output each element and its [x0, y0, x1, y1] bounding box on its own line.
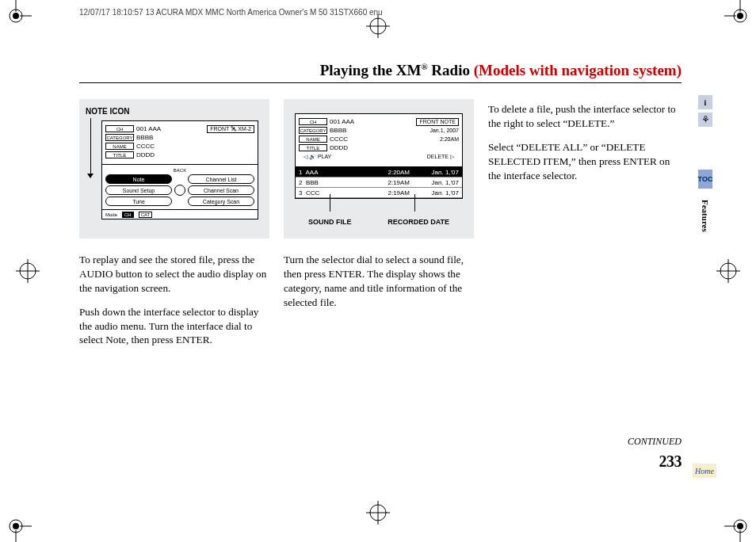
svg-point-3: [13, 13, 19, 19]
nav-screen-mock-1: CH 001 AAA FRONT 🛰 XM-2 CATEGORYBBBB NAM…: [101, 120, 258, 219]
sound-file-label: SOUND FILE: [308, 218, 352, 226]
col1-p1: To replay and see the stored file, press…: [79, 253, 269, 295]
title-before: Playing the XM: [320, 62, 422, 78]
car-tab[interactable]: ⚘: [698, 113, 712, 127]
page-title: Playing the XM® Radio (Models with navig…: [79, 62, 682, 82]
features-tab[interactable]: Features: [698, 192, 712, 239]
menu-category-scan: Category Scan: [188, 197, 254, 206]
cat-tag: CATEGORY: [299, 127, 327, 134]
col3-p1: To delete a file, push the interface sel…: [488, 102, 678, 131]
ch-value: 001 AAA: [330, 118, 354, 125]
list-item: 1 AAA2:20AMJan. 1,'07: [296, 167, 462, 177]
recorded-date-label: RECORDED DATE: [388, 218, 449, 226]
play-label: PLAY: [318, 154, 331, 159]
ch-tag: CH: [105, 125, 134, 132]
back-label: BACK: [105, 168, 254, 173]
home-tab[interactable]: Home: [693, 464, 716, 478]
name-tag: NAME: [105, 143, 134, 150]
front-note-badge: FRONT NOTE: [416, 118, 459, 126]
knob-icon: [174, 185, 185, 196]
title-sup: ®: [421, 62, 427, 71]
svg-point-11: [13, 523, 19, 529]
list-item: 3 CCC2:19AMJan. 1,'07: [296, 188, 462, 198]
file-list: 1 AAA2:20AMJan. 1,'07 2 BBB2:19AMJan. 1,…: [296, 166, 462, 198]
title-tag: TITLE: [105, 151, 134, 158]
nav-screen-mock-2: CH 001 AAA FRONT NOTE CATEGORYBBBB Jan.1…: [295, 113, 463, 199]
registration-mark-icon: [16, 259, 40, 283]
title-tag: TITLE: [299, 144, 327, 151]
info-tab[interactable]: i: [698, 95, 712, 109]
figure-2: CH 001 AAA FRONT NOTE CATEGORYBBBB Jan.1…: [284, 99, 474, 239]
ch-btn: CH: [122, 212, 134, 218]
callout-line: [330, 194, 330, 212]
cat-btn: CAT: [139, 212, 153, 218]
ch-value: 001 AAA: [136, 125, 161, 132]
side-tabs: i ⚘ TOC Features Home: [698, 95, 712, 239]
menu-sound-setup: Sound Setup: [105, 185, 172, 195]
svg-point-7: [737, 13, 743, 19]
menu-channel-list: Channel List: [188, 174, 254, 184]
toc-tab[interactable]: TOC: [698, 170, 712, 189]
svg-point-15: [737, 523, 743, 529]
crop-mark-icon: [0, 510, 32, 542]
title-value: DDDD: [136, 151, 155, 158]
cat-value: BBBB: [136, 134, 153, 141]
print-header: 12/07/17 18:10:57 13 ACURA MDX MMC North…: [79, 8, 383, 17]
col1-p2: Push down the interface selector to disp…: [79, 305, 269, 347]
name-tag: NAME: [299, 136, 327, 143]
registration-mark-icon: [716, 259, 740, 283]
cat-tag: CATEGORY: [105, 134, 134, 141]
time-value: 2:20AM: [440, 136, 459, 142]
col2-p1: Turn the selector dial to select a sound…: [284, 253, 474, 309]
registration-mark-icon: [366, 14, 390, 38]
registration-mark-icon: [366, 501, 390, 525]
continued-label: CONTINUED: [79, 436, 682, 448]
ch-tag: CH: [299, 118, 327, 125]
list-item: 2 BBB2:19AMJan. 1,'07: [296, 177, 462, 188]
front-xm-badge: FRONT 🛰 XM-2: [207, 125, 254, 133]
date-value: Jan.1, 2007: [430, 128, 459, 133]
delete-label: DELETE: [427, 154, 449, 159]
figure-1: NOTE ICON CH 001 AAA FRONT 🛰 XM-2 CATEGO…: [79, 99, 269, 239]
col3-p2: Select “DELETE ALL” or “DELETE SELECTED …: [488, 140, 678, 182]
title-red: (Models with navigation system): [474, 62, 682, 78]
callout-line: [414, 194, 415, 212]
title-rule: [79, 82, 682, 83]
mode-label: Mode: [105, 212, 117, 217]
figure-1-label: NOTE ICON: [86, 107, 263, 116]
menu-channel-scan: Channel Scan: [188, 185, 254, 195]
page-number: 233: [79, 452, 682, 471]
crop-mark-icon: [724, 510, 756, 542]
crop-mark-icon: [724, 0, 756, 32]
callout-line: [90, 118, 91, 175]
menu-note: Note: [105, 174, 172, 184]
name-value: CCCC: [136, 143, 155, 150]
arrow-down-icon: [87, 174, 94, 178]
crop-mark-icon: [0, 0, 32, 32]
title-mid: Radio: [428, 62, 474, 78]
menu-tune: Tune: [105, 197, 172, 206]
